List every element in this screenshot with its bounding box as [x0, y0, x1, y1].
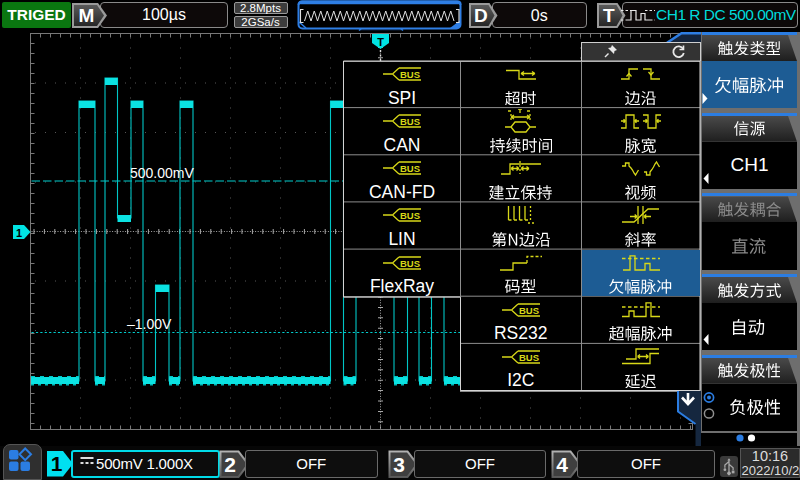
svg-text:BUS: BUS: [519, 352, 539, 363]
svg-text:3: 3: [393, 453, 405, 476]
svg-text:T: T: [603, 5, 615, 26]
svg-text:BUS: BUS: [400, 116, 420, 127]
svg-text:1: 1: [51, 452, 63, 475]
svg-text:BUS: BUS: [400, 210, 420, 221]
svg-text:2: 2: [224, 453, 236, 476]
svg-text:D: D: [474, 5, 488, 26]
svg-text:BUS: BUS: [400, 258, 420, 269]
svg-text:4: 4: [556, 453, 568, 476]
svg-text:BUS: BUS: [519, 305, 539, 316]
svg-text:BUS: BUS: [400, 69, 420, 80]
svg-text:BUS: BUS: [400, 163, 420, 174]
